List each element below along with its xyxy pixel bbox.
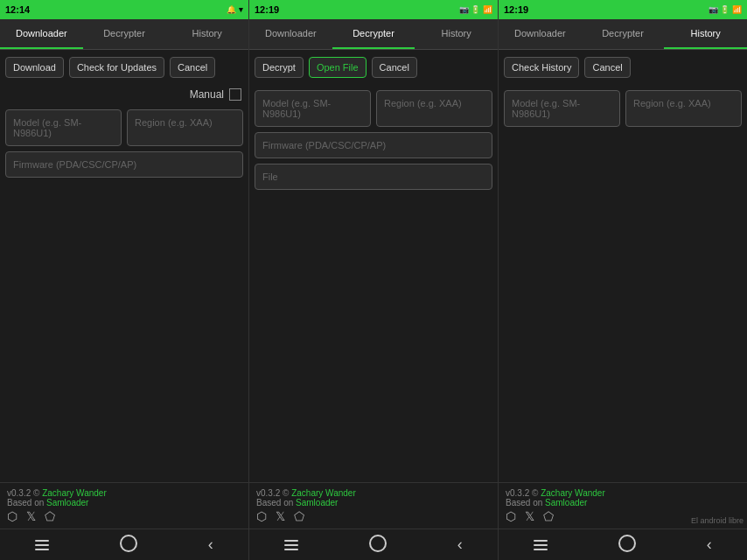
twitter-icon[interactable]: 𝕏 [525,509,534,523]
nav-menu-button[interactable] [534,540,548,550]
nav-back-button[interactable]: ‹ [457,536,463,554]
author-link[interactable]: Zachary Wander [541,488,605,498]
footer-samloader-line: Based on Samloader [256,498,491,508]
toolbar-btn-download[interactable]: Download [5,57,64,78]
content-area: Model (e.g. SM-N986U1)Region (e.g. XAA)F… [249,85,498,482]
toolbar-btn-open-file[interactable]: Open File [309,57,367,78]
samloader-link[interactable]: Samloader [46,498,88,508]
manual-checkbox[interactable] [229,88,241,101]
input-row: Model (e.g. SM-N986U1)Region (e.g. XAA) [5,109,243,146]
github-icon[interactable]: ⬡ [7,509,17,523]
footer-icons: ⬡ 𝕏 ⬠ [256,509,491,523]
nav-back-button[interactable]: ‹ [707,536,712,554]
version-text: v0.3.2 © [256,488,291,498]
manual-row: Manual [0,85,248,104]
tab-decrypter[interactable]: Decrypter [332,19,415,49]
region-field[interactable]: Region (e.g. XAA) [127,109,243,146]
based-on-text: Based on [7,498,46,508]
content-area: Model (e.g. SM-N986U1)Region (e.g. XAA)F… [0,104,248,482]
version-text: v0.3.2 © [506,488,541,498]
tab-history[interactable]: History [664,19,747,49]
status-icons: 📷 🔋 📶 [459,5,492,14]
footer: v0.3.2 © Zachary WanderBased on Samloade… [0,482,248,528]
field-firmware--pda-csc-cp-ap-[interactable]: Firmware (PDA/CSC/CP/AP) [255,132,492,158]
footer-samloader-line: Based on Samloader [506,498,740,508]
toolbar-btn-cancel[interactable]: Cancel [372,57,417,78]
nav-menu-button[interactable] [35,540,49,550]
footer-samloader-line: Based on Samloader [7,498,241,508]
status-bar: 12:19 📷 🔋 📶 [499,0,747,19]
field-firmware--pda-csc-cp-ap-[interactable]: Firmware (PDA/CSC/CP/AP) [5,151,243,178]
tab-downloader[interactable]: Downloader [499,19,582,49]
patreon-icon[interactable]: ⬠ [294,509,304,523]
status-time: 12:19 [255,4,279,15]
input-row: Model (e.g. SM-N986U1)Region (e.g. XAA) [504,90,742,127]
panel-downloader: 12:14 🔔 ▾ DownloaderDecrypterHistoryDown… [0,0,249,560]
toolbar-btn-decrypt[interactable]: Decrypt [255,57,304,78]
tab-decrypter[interactable]: Decrypter [83,19,166,49]
tab-bar: DownloaderDecrypterHistory [249,19,498,50]
patreon-icon[interactable]: ⬠ [543,509,554,523]
toolbar: Check HistoryCancel [499,50,747,85]
based-on-text: Based on [506,498,545,508]
status-time: 12:19 [504,4,528,15]
status-time: 12:14 [5,4,30,15]
version-text: v0.3.2 © [7,488,42,498]
model-field[interactable]: Model (e.g. SM-N986U1) [255,90,371,127]
panel-history: 12:19 📷 🔋 📶 DownloaderDecrypterHistoryCh… [499,0,747,560]
status-icons: 🔔 ▾ [227,5,243,14]
tab-downloader[interactable]: Downloader [249,19,332,49]
author-link[interactable]: Zachary Wander [291,488,356,498]
watermark-text: El android libre [691,516,744,525]
github-icon[interactable]: ⬡ [506,509,516,523]
manual-label: Manual [190,88,224,101]
toolbar: DownloadCheck for UpdatesCancel [0,50,248,85]
toolbar-btn-cancel[interactable]: Cancel [170,57,215,78]
nav-back-button[interactable]: ‹ [208,536,213,554]
tab-downloader[interactable]: Downloader [0,19,83,49]
tab-history[interactable]: History [165,19,248,49]
region-field[interactable]: Region (e.g. XAA) [376,90,492,127]
based-on-text: Based on [256,498,296,508]
toolbar-btn-check-for-updates[interactable]: Check for Updates [69,57,164,78]
twitter-icon[interactable]: 𝕏 [276,509,285,523]
toolbar-btn-check-history[interactable]: Check History [504,57,579,78]
toolbar: DecryptOpen FileCancel [249,50,498,85]
status-bar: 12:19 📷 🔋 📶 [249,0,498,19]
content-area: Model (e.g. SM-N986U1)Region (e.g. XAA) [499,85,747,482]
samloader-link[interactable]: Samloader [296,498,338,508]
patreon-icon[interactable]: ⬠ [45,509,55,523]
author-link[interactable]: Zachary Wander [42,488,107,498]
nav-home-button[interactable] [618,535,636,556]
model-field[interactable]: Model (e.g. SM-N986U1) [5,109,122,146]
footer-version-line: v0.3.2 © Zachary Wander [506,488,740,498]
model-field[interactable]: Model (e.g. SM-N986U1) [504,90,620,127]
footer: v0.3.2 © Zachary WanderBased on Samloade… [249,482,498,528]
input-row: Model (e.g. SM-N986U1)Region (e.g. XAA) [255,90,492,127]
nav-bar: ‹ [0,528,248,560]
nav-menu-button[interactable] [284,540,298,550]
panel-decrypter: 12:19 📷 🔋 📶 DownloaderDecrypterHistoryDe… [249,0,499,560]
tab-bar: DownloaderDecrypterHistory [0,19,248,50]
footer-version-line: v0.3.2 © Zachary Wander [7,488,241,498]
field-file[interactable]: File [255,164,492,190]
status-icons: 📷 🔋 📶 [709,5,742,14]
tab-bar: DownloaderDecrypterHistory [499,19,747,50]
github-icon[interactable]: ⬡ [256,509,267,523]
nav-bar: ‹ [249,528,498,560]
footer-icons: ⬡ 𝕏 ⬠ [7,509,241,523]
tab-decrypter[interactable]: Decrypter [582,19,665,49]
nav-home-button[interactable] [369,535,387,556]
twitter-icon[interactable]: 𝕏 [26,509,36,523]
nav-home-button[interactable] [120,535,137,556]
region-field[interactable]: Region (e.g. XAA) [625,90,742,127]
tab-history[interactable]: History [415,19,498,49]
status-bar: 12:14 🔔 ▾ [0,0,248,19]
samloader-link[interactable]: Samloader [545,498,587,508]
nav-bar: ‹ [499,528,747,560]
toolbar-btn-cancel[interactable]: Cancel [584,57,630,78]
footer-version-line: v0.3.2 © Zachary Wander [256,488,491,498]
